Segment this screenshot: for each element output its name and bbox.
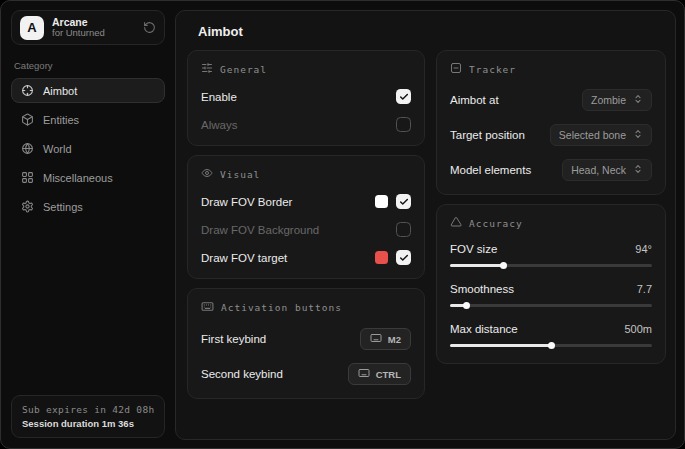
setting-label: Enable <box>201 91 237 103</box>
setting-row-aimbot-at: Aimbot at Zombie <box>450 89 652 111</box>
setting-label: Target position <box>450 129 525 141</box>
sidebar-item-label: Settings <box>43 201 83 213</box>
chevrons-up-down-icon <box>633 164 643 176</box>
always-checkbox[interactable] <box>396 117 411 132</box>
app-logo: A <box>20 16 44 40</box>
card-title: Tracker <box>469 64 516 75</box>
chevrons-up-down-icon <box>633 129 643 141</box>
card-title: Accuracy <box>469 218 523 229</box>
crosshair-icon <box>21 84 34 97</box>
setting-label: Smoothness <box>450 283 514 295</box>
visual-card-header: Visual <box>201 167 411 181</box>
chevrons-up-down-icon <box>633 94 643 106</box>
max-distance-setting: Max distance 500m <box>450 323 652 350</box>
keyboard-icon <box>201 300 214 315</box>
enable-checkbox[interactable] <box>396 89 411 104</box>
activation-card-header: Activation buttons <box>201 300 411 315</box>
grid-icon <box>21 171 34 184</box>
setting-label: Draw FOV target <box>201 252 287 264</box>
setting-row-fov-border: Draw FOV Border <box>201 194 411 209</box>
card-title: Activation buttons <box>221 302 342 313</box>
setting-label: Aimbot at <box>450 94 499 106</box>
accuracy-card-header: Accuracy <box>450 216 652 230</box>
max-distance-slider[interactable] <box>450 340 652 350</box>
right-column: Tracker Aimbot at Zombie <box>436 50 666 364</box>
keyboard-icon <box>370 332 382 346</box>
setting-label: Model elements <box>450 164 531 176</box>
page-title: Aimbot <box>176 11 675 45</box>
slider-thumb[interactable] <box>548 342 555 349</box>
content-columns: General Enable Always <box>176 45 675 399</box>
target-position-dropdown[interactable]: Selected bone <box>550 124 652 146</box>
fov-target-checkbox[interactable] <box>396 250 411 265</box>
sidebar-item-label: Aimbot <box>43 85 77 97</box>
card-title: General <box>220 64 267 75</box>
window-frame: A Arcane for Unturned Category Aimbot <box>0 0 685 449</box>
smoothness-slider[interactable] <box>450 300 652 310</box>
card-title: Visual <box>220 169 260 180</box>
setting-row-fov-target: Draw FOV target <box>201 250 411 265</box>
keyboard-icon <box>358 367 370 381</box>
fov-size-setting: FOV size 94° <box>450 243 652 270</box>
setting-label: First keybind <box>201 333 266 345</box>
visual-card: Visual Draw FOV Border <box>187 155 425 279</box>
setting-value: 500m <box>624 323 652 335</box>
slider-thumb[interactable] <box>463 302 470 309</box>
setting-row-enable: Enable <box>201 89 411 104</box>
box-icon <box>21 113 34 126</box>
sidebar-item-label: World <box>43 143 72 155</box>
slider-track[interactable] <box>450 304 652 307</box>
first-keybind-button[interactable]: M2 <box>360 328 411 350</box>
fov-border-color-swatch[interactable] <box>375 195 388 208</box>
gear-icon <box>21 200 34 213</box>
aimbot-at-dropdown[interactable]: Zombie <box>582 89 652 111</box>
setting-label: Draw FOV Border <box>201 196 292 208</box>
sliders-icon <box>201 62 213 76</box>
fov-border-checkbox[interactable] <box>396 194 411 209</box>
setting-label: Max distance <box>450 323 518 335</box>
setting-row-fov-background: Draw FOV Background <box>201 222 411 237</box>
category-label: Category <box>14 60 162 71</box>
brand-card: A Arcane for Unturned <box>11 10 165 45</box>
slider-fill <box>450 344 551 347</box>
slider-thumb[interactable] <box>500 262 507 269</box>
sidebar-item-label: Entities <box>43 114 79 126</box>
dropdown-value: Zombie <box>591 94 626 106</box>
model-elements-dropdown[interactable]: Head, Neck <box>562 159 652 181</box>
app-subtitle: for Unturned <box>52 28 105 39</box>
setting-value: 94° <box>635 243 652 255</box>
subscription-info: Sub expires in 42d 08h Session duration … <box>11 395 165 438</box>
fov-size-slider[interactable] <box>450 260 652 270</box>
fov-background-checkbox[interactable] <box>396 222 411 237</box>
globe-icon <box>21 142 34 155</box>
setting-label: Draw FOV Background <box>201 224 319 236</box>
setting-row-always: Always <box>201 117 411 132</box>
setting-label: Always <box>201 119 237 131</box>
sidebar-item-settings[interactable]: Settings <box>11 194 165 219</box>
keybind-value: M2 <box>388 334 401 345</box>
setting-row-model-elements: Model elements Head, Neck <box>450 159 652 181</box>
setting-label: FOV size <box>450 243 497 255</box>
setting-label: Second keybind <box>201 368 283 380</box>
sidebar-item-world[interactable]: World <box>11 136 165 161</box>
second-keybind-button[interactable]: CTRL <box>348 363 411 385</box>
setting-row-first-keybind: First keybind M2 <box>201 328 411 350</box>
app-window: A Arcane for Unturned Category Aimbot <box>0 0 685 449</box>
left-column: General Enable Always <box>187 50 425 399</box>
fov-target-color-swatch[interactable] <box>375 251 388 264</box>
brand-text: Arcane for Unturned <box>52 16 105 39</box>
session-duration-text: Session duration 1m 36s <box>22 418 154 429</box>
sidebar-item-entities[interactable]: Entities <box>11 107 165 132</box>
activation-buttons-card: Activation buttons First keybind M2 <box>187 288 425 399</box>
general-card-header: General <box>201 62 411 76</box>
sidebar-item-miscellaneous[interactable]: Miscellaneous <box>11 165 165 190</box>
eye-icon <box>201 167 213 181</box>
setting-row-target-position: Target position Selected bone <box>450 124 652 146</box>
sidebar-item-label: Miscellaneous <box>43 172 113 184</box>
dropdown-value: Head, Neck <box>571 164 626 176</box>
dropdown-value: Selected bone <box>559 129 626 141</box>
smoothness-setting: Smoothness 7.7 <box>450 283 652 310</box>
refresh-icon[interactable] <box>143 21 156 34</box>
sidebar-item-aimbot[interactable]: Aimbot <box>11 78 165 103</box>
triangle-icon <box>450 216 462 230</box>
